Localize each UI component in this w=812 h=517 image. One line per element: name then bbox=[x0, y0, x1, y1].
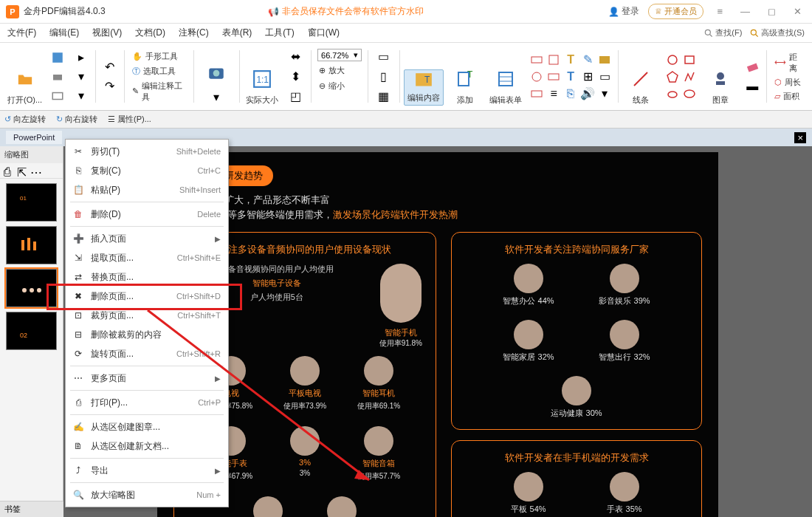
pentagon-icon[interactable] bbox=[665, 69, 680, 84]
snapshot-tool[interactable]: ▾ bbox=[197, 46, 236, 107]
vip-button[interactable]: ♕ 开通会员 bbox=[648, 4, 703, 19]
thumb-page-4[interactable]: 02 bbox=[6, 312, 57, 350]
zoom-out-tool[interactable]: ⊖缩小 bbox=[317, 80, 362, 92]
menu-icon[interactable]: ≡ bbox=[712, 6, 727, 17]
dropdown2-icon[interactable]: ▾ bbox=[72, 87, 91, 105]
close-button[interactable]: ✕ bbox=[789, 6, 806, 17]
menu-document[interactable]: 文档(D) bbox=[135, 27, 165, 39]
maximize-button[interactable]: ◻ bbox=[763, 6, 780, 17]
area-tool[interactable]: ▱面积 bbox=[773, 90, 805, 103]
ctx-crop[interactable]: ⊡裁剪页面...Ctrl+Shift+T bbox=[66, 306, 228, 325]
open-tool[interactable]: 打开(O)... bbox=[4, 46, 45, 107]
ctx-delpage[interactable]: ✖删除页面...Ctrl+Shift+D bbox=[66, 287, 228, 306]
find-button[interactable]: 查找(F) bbox=[703, 27, 742, 38]
save-icon[interactable] bbox=[48, 49, 67, 66]
ctx-cut[interactable]: ✂剪切(T)Shift+Delete bbox=[66, 142, 228, 161]
cloud-icon[interactable] bbox=[665, 86, 680, 101]
edit-content-tool[interactable]: T 编辑内容 bbox=[403, 46, 444, 107]
list-icon[interactable]: ≡ bbox=[546, 86, 561, 101]
rotate-left-button[interactable]: ↺向左旋转 bbox=[4, 114, 46, 125]
undo-icon[interactable]: ↶ bbox=[100, 58, 120, 76]
ctx-delcrop[interactable]: ⊟删除被裁剪的内容 bbox=[66, 325, 228, 344]
ctx-bigthumb[interactable]: 🔍放大缩略图Num + bbox=[66, 485, 228, 504]
zoom-input[interactable]: 66.72%▾ bbox=[317, 49, 362, 61]
eraser-icon[interactable] bbox=[743, 58, 762, 75]
form-tool[interactable]: 编辑表单 bbox=[486, 46, 525, 107]
menu-file[interactable]: 文件(F) bbox=[7, 27, 36, 39]
text-field-icon[interactable] bbox=[529, 52, 544, 67]
fit-width-icon[interactable]: ⬌ bbox=[286, 48, 305, 66]
highlighter-icon[interactable]: ▬ bbox=[743, 78, 762, 95]
tab-close-icon[interactable]: × bbox=[794, 132, 806, 143]
ctx-more[interactable]: ⋯更多页面▶ bbox=[66, 369, 228, 388]
fit-visible-icon[interactable]: ◰ bbox=[286, 88, 305, 106]
layout3-icon[interactable]: ▦ bbox=[374, 88, 393, 106]
side-opts-icon[interactable]: ⋯ bbox=[30, 165, 41, 176]
ctx-extract[interactable]: ⇲提取页面...Ctrl+Shift+E bbox=[66, 248, 228, 267]
image-field-icon[interactable] bbox=[597, 52, 612, 67]
tab-powerpoint[interactable]: PowerPoint bbox=[6, 131, 62, 144]
hand-tool[interactable]: ✋手形工具 bbox=[131, 50, 187, 63]
circle-icon[interactable] bbox=[665, 52, 680, 67]
thumb-page-3[interactable] bbox=[6, 269, 57, 307]
minimize-button[interactable]: — bbox=[736, 6, 754, 17]
text-t-icon[interactable]: T bbox=[563, 52, 578, 67]
ctx-print[interactable]: ⎙打印(P)...Ctrl+P bbox=[66, 393, 228, 412]
more-widgets-icon[interactable]: ▾ bbox=[597, 86, 612, 101]
link-icon[interactable]: ⎘ bbox=[563, 86, 578, 101]
menu-view[interactable]: 视图(V) bbox=[92, 27, 122, 39]
checkbox-icon[interactable] bbox=[546, 52, 561, 67]
distance-tool[interactable]: ⟷距离 bbox=[773, 51, 805, 75]
ctx-rotate[interactable]: ⟳旋转页面...Ctrl+Shift+R bbox=[66, 344, 228, 363]
bookmark-tab[interactable]: 书签 bbox=[0, 501, 63, 517]
perimeter-tool[interactable]: ⬡周长 bbox=[773, 76, 805, 89]
date-icon[interactable]: ▭ bbox=[597, 69, 612, 84]
stamp-tool[interactable]: 图章 bbox=[701, 46, 740, 107]
zoom-in-tool[interactable]: ⊕放大 bbox=[317, 64, 362, 77]
ctx-export[interactable]: ⤴导出▶ bbox=[66, 461, 228, 480]
layout1-icon[interactable]: ▭ bbox=[374, 48, 393, 66]
ctx-delete[interactable]: 🗑删除(D)Delete bbox=[66, 205, 228, 224]
rotate-right-button[interactable]: ↻向右旋转 bbox=[56, 114, 97, 125]
select-tool[interactable]: Ⓣ选取工具 bbox=[131, 65, 187, 78]
redo-icon[interactable]: ↷ bbox=[100, 78, 120, 95]
annotate-tool[interactable]: ✎编辑注释工具 bbox=[131, 80, 187, 103]
audio-icon[interactable]: 🔊 bbox=[580, 86, 595, 101]
adv-find-button[interactable]: 高级查找(S) bbox=[749, 27, 805, 38]
ellipse-icon[interactable] bbox=[682, 86, 697, 101]
ctx-paste[interactable]: 📋粘贴(P)Shift+Insert bbox=[66, 180, 228, 199]
menu-edit[interactable]: 编辑(E) bbox=[49, 27, 79, 39]
camera-dd-icon[interactable]: ▾ bbox=[207, 88, 226, 106]
side-extract-icon[interactable]: ⇱ bbox=[17, 165, 27, 176]
dropdown-icon[interactable]: ▾ bbox=[72, 68, 91, 86]
menu-window[interactable]: 窗口(W) bbox=[308, 27, 340, 39]
combo-icon[interactable] bbox=[546, 69, 561, 84]
actual-size-tool[interactable]: 1:1 实际大小 bbox=[243, 46, 282, 107]
text2-icon[interactable]: T bbox=[563, 69, 578, 84]
ctx-replace[interactable]: ⇄替换页面... bbox=[66, 267, 228, 287]
side-print-icon[interactable]: ⎙ bbox=[4, 165, 14, 176]
ctx-insert[interactable]: ➕插入页面▶ bbox=[66, 229, 228, 248]
line-tool[interactable]: 线条 bbox=[622, 46, 661, 107]
layout2-icon[interactable]: ▯ bbox=[374, 68, 393, 86]
ctx-copy[interactable]: ⎘复制(C)Ctrl+C bbox=[66, 161, 228, 180]
polyline-icon[interactable] bbox=[682, 69, 697, 84]
properties-button[interactable]: ☰属性(P)... bbox=[108, 114, 151, 125]
menu-tools[interactable]: 工具(T) bbox=[265, 27, 294, 39]
thumb-page-1[interactable]: 01 bbox=[6, 183, 57, 222]
login-button[interactable]: 👤登录 bbox=[608, 5, 639, 18]
barcode-icon[interactable]: ⊞ bbox=[580, 69, 595, 84]
menu-form[interactable]: 表单(R) bbox=[222, 27, 252, 39]
thumb-page-2[interactable] bbox=[6, 226, 57, 264]
scan-icon[interactable]: ▸ bbox=[72, 49, 91, 66]
button-icon[interactable] bbox=[529, 86, 544, 101]
radio-icon[interactable] bbox=[529, 69, 544, 84]
add-tool[interactable]: T 添加 bbox=[446, 46, 485, 107]
ctx-newdoc[interactable]: 🗎从选区创建新文档... bbox=[66, 436, 228, 456]
fit-page-icon[interactable]: ⬍ bbox=[286, 68, 305, 86]
ctx-chapter[interactable]: ✍从选区创建图章... bbox=[66, 417, 228, 436]
menu-comment[interactable]: 注释(C) bbox=[179, 27, 209, 39]
sign-icon[interactable]: ✎ bbox=[580, 52, 595, 67]
print-icon[interactable] bbox=[48, 68, 67, 86]
mail-icon[interactable] bbox=[48, 87, 67, 105]
